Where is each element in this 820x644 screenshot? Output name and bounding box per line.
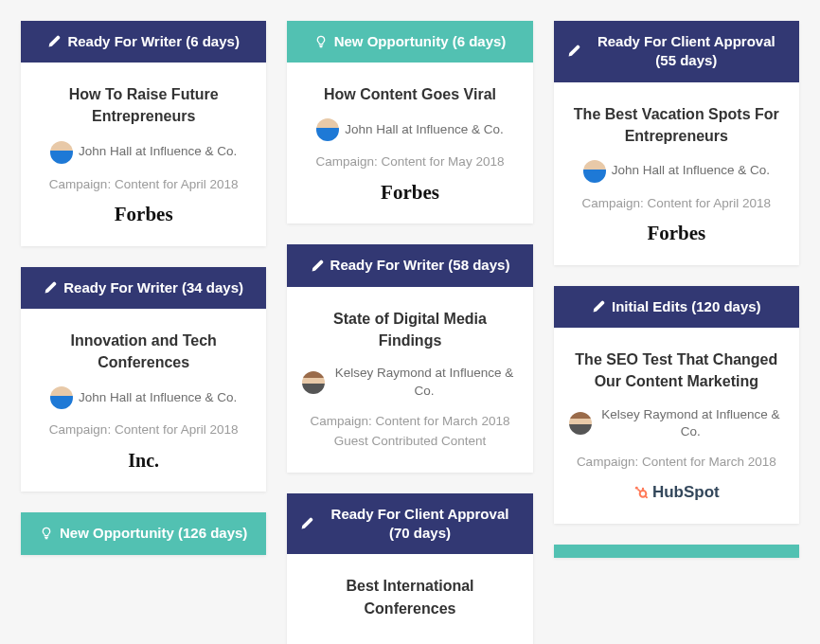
avatar <box>569 412 592 435</box>
content-card[interactable]: Ready For Writer (58 days)State of Digit… <box>287 244 532 472</box>
card-campaign: Campaign: Content for April 2018 <box>36 177 251 191</box>
card-status-label: Ready For Client Approval (70 days) <box>320 505 519 544</box>
card-body: Best International Conferences <box>287 554 532 644</box>
card-author: John Hall at Influence & Co. <box>36 386 251 409</box>
card-body: The SEO Test That Changed Our Content Ma… <box>554 328 799 524</box>
card-body: How To Raise Future EntrepreneursJohn Ha… <box>21 63 266 245</box>
card-title: The Best Vacation Spots For Entrepreneur… <box>569 103 784 147</box>
author-text: John Hall at Influence & Co. <box>612 162 770 180</box>
card-author: Kelsey Raymond at Influence & Co. <box>569 406 784 442</box>
card-campaign: Campaign: Content for May 2018 <box>302 154 517 169</box>
svg-point-5 <box>640 491 647 497</box>
card-body: Innovation and Tech ConferencesJohn Hall… <box>21 309 266 492</box>
avatar <box>302 371 325 394</box>
card-status-header: Initial Edits (120 days) <box>554 286 799 328</box>
lightbulb-icon <box>40 527 53 540</box>
card-author: John Hall at Influence & Co. <box>569 160 784 183</box>
card-campaign: Campaign: Content for April 2018 <box>36 422 251 437</box>
card-body: State of Digital Media FindingsKelsey Ra… <box>287 287 532 473</box>
svg-line-8 <box>637 490 640 492</box>
avatar <box>50 141 73 164</box>
pencil-icon <box>592 300 605 313</box>
card-status-label: Ready For Writer (34 days) <box>63 278 243 297</box>
board-column: New Opportunity (6 days)How Content Goes… <box>287 21 532 644</box>
card-status-label: Ready For Writer (58 days) <box>330 256 510 275</box>
card-status-label: Ready For Writer (6 days) <box>67 32 239 51</box>
content-card[interactable]: Ready For Client Approval (55 days)The B… <box>554 21 799 265</box>
content-card[interactable]: Initial Edits (120 days)The SEO Test Tha… <box>554 286 799 524</box>
card-title: How Content Goes Viral <box>302 83 517 105</box>
content-card[interactable]: Ready For Writer (6 days)How To Raise Fu… <box>21 21 266 246</box>
avatar <box>316 118 339 141</box>
brand-label: HubSpot <box>652 483 720 502</box>
pencil-icon <box>311 259 324 273</box>
avatar <box>50 386 73 409</box>
card-campaign: Campaign: Content for April 2018 <box>569 196 784 210</box>
pencil-icon <box>47 35 61 48</box>
card-title: How To Raise Future Entrepreneurs <box>36 83 251 127</box>
card-status-label: Ready For Client Approval (55 days) <box>587 32 786 71</box>
brand-label: Forbes <box>115 203 173 226</box>
brand-logo-inc: Inc. <box>36 448 251 473</box>
card-author: John Hall at Influence & Co. <box>302 118 517 141</box>
lightbulb-icon <box>314 35 328 48</box>
avatar <box>583 160 606 183</box>
brand-label: Inc. <box>128 450 159 472</box>
card-title: Best International Conferences <box>302 575 517 618</box>
card-body: The Best Vacation Spots For Entrepreneur… <box>554 82 799 265</box>
board-column: Ready For Client Approval (55 days)The B… <box>554 21 799 558</box>
brand-logo-forbes: Forbes <box>569 222 784 246</box>
brand-label: Forbes <box>647 222 705 245</box>
card-status-header: Ready For Writer (58 days) <box>287 244 532 286</box>
card-title: Innovation and Tech Conferences <box>36 330 251 373</box>
author-text: John Hall at Influence & Co. <box>79 143 237 161</box>
card-status-header: New Opportunity (6 days) <box>287 21 532 63</box>
svg-point-10 <box>646 497 648 499</box>
card-status-label: Initial Edits (120 days) <box>612 297 761 316</box>
author-text: John Hall at Influence & Co. <box>345 121 503 139</box>
card-title: State of Digital Media Findings <box>302 308 517 351</box>
author-text: Kelsey Raymond at Influence & Co. <box>597 406 784 442</box>
content-card[interactable]: New Opportunity (126 days) <box>21 512 266 554</box>
content-card[interactable]: New Opportunity (6 days)How Content Goes… <box>287 21 532 224</box>
brand-logo-hubspot: HubSpot <box>569 480 784 505</box>
pencil-icon <box>300 517 313 530</box>
card-status-header: Ready For Client Approval (55 days) <box>554 21 799 82</box>
brand-label: Forbes <box>381 181 439 205</box>
card-status-header: Ready For Writer (6 days) <box>21 21 266 63</box>
brand-logo-forbes: Forbes <box>302 180 517 205</box>
author-text: John Hall at Influence & Co. <box>79 389 237 407</box>
card-subline: Guest Contributed Content <box>302 434 517 448</box>
content-card[interactable]: Ready For Writer (34 days)Innovation and… <box>21 267 266 492</box>
pencil-icon <box>44 281 57 295</box>
card-campaign: Campaign: Content for March 2018 <box>569 455 784 469</box>
content-board: Ready For Writer (6 days)How To Raise Fu… <box>21 21 799 644</box>
card-author: Kelsey Raymond at Influence & Co. <box>302 365 517 401</box>
pencil-icon <box>567 45 580 58</box>
hubspot-icon <box>633 485 649 500</box>
card-status-header: Ready For Client Approval (70 days) <box>287 493 532 555</box>
author-text: Kelsey Raymond at Influence & Co. <box>330 365 517 401</box>
card-author: John Hall at Influence & Co. <box>36 141 251 164</box>
card-status-label: New Opportunity (6 days) <box>334 32 507 51</box>
card-status-header: New Opportunity (126 days) <box>21 512 266 554</box>
card-status-label: New Opportunity (126 days) <box>60 524 247 543</box>
content-card[interactable]: Ready For Client Approval (70 days)Best … <box>287 493 532 644</box>
card-title: The SEO Test That Changed Our Content Ma… <box>569 349 784 392</box>
brand-logo-forbes: Forbes <box>36 203 251 227</box>
card-partial-strip[interactable] <box>554 545 799 558</box>
board-column: Ready For Writer (6 days)How To Raise Fu… <box>21 21 266 555</box>
card-campaign: Campaign: Content for March 2018 <box>302 414 517 428</box>
svg-point-6 <box>642 488 644 490</box>
card-status-header: Ready For Writer (34 days) <box>21 267 266 309</box>
card-body: How Content Goes ViralJohn Hall at Influ… <box>287 63 532 224</box>
